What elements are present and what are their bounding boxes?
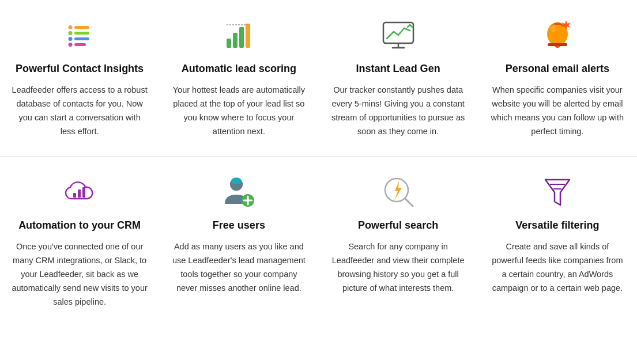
- card-versatile-filtering-text: Create and save all kinds of powerful fe…: [489, 240, 625, 295]
- card-lead-gen-title: Instant Lead Gen: [356, 62, 440, 75]
- svg-rect-11: [246, 24, 250, 48]
- svg-point-3: [69, 25, 73, 29]
- list-icon: [61, 17, 98, 54]
- card-email-alerts: Personal email alerts When specific comp…: [478, 0, 637, 156]
- card-contact-insights-text: Leadfeeder offers access to a robust dat…: [12, 84, 148, 139]
- bar-chart-icon: [220, 17, 257, 54]
- card-powerful-search: Powerful search Search for any company i…: [319, 157, 478, 327]
- svg-point-7: [69, 43, 73, 47]
- search-bolt-icon: [380, 174, 417, 211]
- card-crm-automation-title: Automation to your CRM: [18, 219, 141, 232]
- card-versatile-filtering-title: Versatile filtering: [515, 219, 599, 232]
- svg-rect-0: [74, 26, 89, 29]
- card-contact-insights: Powerful Contact Insights Leadfeeder off…: [0, 0, 159, 156]
- card-free-users-text: Add as many users as you like and use Le…: [171, 240, 307, 295]
- svg-rect-10: [239, 27, 244, 48]
- card-lead-gen-text: Our tracker constantly pushes data every…: [330, 84, 466, 139]
- svg-point-5: [69, 37, 73, 41]
- svg-rect-6: [74, 43, 86, 46]
- cloud-chart-icon: [61, 174, 98, 211]
- svg-rect-21: [73, 193, 76, 198]
- card-lead-scoring-text: Your hottest leads are automatically pla…: [171, 84, 307, 139]
- svg-rect-22: [78, 189, 81, 198]
- filter-icon: [539, 174, 576, 211]
- card-free-users: Free users Add as many users as you like…: [159, 157, 318, 327]
- monitor-chart-icon: [380, 17, 417, 54]
- svg-point-17: [551, 24, 556, 32]
- svg-rect-23: [82, 187, 85, 198]
- card-lead-scoring: Automatic lead scoring Your hottest lead…: [159, 0, 318, 156]
- svg-rect-9: [233, 33, 238, 48]
- svg-marker-32: [394, 181, 402, 200]
- card-email-alerts-title: Personal email alerts: [506, 62, 609, 75]
- svg-rect-8: [227, 39, 231, 48]
- card-lead-scoring-title: Automatic lead scoring: [182, 62, 296, 75]
- svg-point-26: [231, 177, 242, 184]
- features-grid: Powerful Contact Insights Leadfeeder off…: [0, 0, 637, 327]
- card-lead-gen: Instant Lead Gen Our tracker constantly …: [319, 0, 478, 156]
- card-contact-insights-title: Powerful Contact Insights: [16, 62, 144, 75]
- svg-line-31: [405, 199, 413, 206]
- user-plus-icon: [220, 174, 257, 211]
- card-powerful-search-title: Powerful search: [358, 219, 438, 232]
- card-free-users-title: Free users: [213, 219, 265, 232]
- alarm-icon: [539, 17, 576, 54]
- card-crm-automation: Automation to your CRM Once you've conne…: [0, 157, 159, 327]
- svg-rect-2: [74, 37, 89, 40]
- svg-rect-19: [548, 43, 567, 46]
- svg-rect-1: [74, 32, 89, 35]
- card-versatile-filtering: Versatile filtering Create and save all …: [478, 157, 637, 327]
- svg-point-4: [69, 31, 73, 35]
- card-crm-automation-text: Once you've connected one of our many CR…: [12, 240, 148, 309]
- card-powerful-search-text: Search for any company in Leadfeeder and…: [330, 240, 466, 295]
- card-email-alerts-text: When specific companies visit your websi…: [489, 84, 625, 139]
